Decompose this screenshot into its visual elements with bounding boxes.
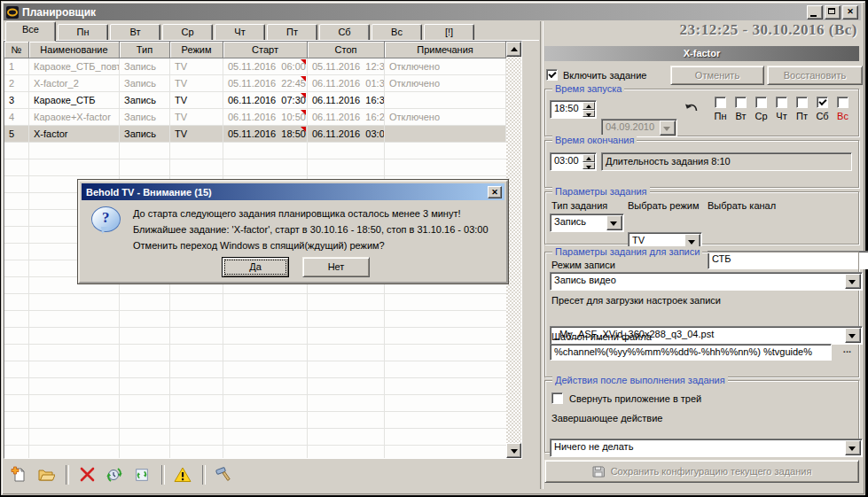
filename-template-label: Шаблон имени файла [551,331,652,342]
dialog-title: Behold TV - Внимание (15) [86,187,212,198]
dialog-line-1: До старта следующего задания планировщик… [133,206,489,221]
weekday-checkboxes: Пн Вт Ср Чт Пт Сб Вс [710,97,853,121]
task-params-group: Параметры задания Тип задания Выбрать ре… [544,191,859,245]
open-button[interactable] [36,465,56,485]
day-checkbox[interactable] [837,97,848,108]
browse-button[interactable]: ... [843,344,851,354]
minimize-to-tray-checkbox[interactable] [551,392,563,404]
combo-arrow-button[interactable] [845,274,861,289]
day-mon[interactable]: Пн [710,97,731,121]
day-sun[interactable]: Вс [833,97,853,121]
cell-num: 5 [4,126,29,143]
tab-all[interactable]: Все [5,21,56,42]
tab-sat[interactable]: Сб [319,24,370,41]
cell-start: 05.11.2016 06:00 [223,58,308,75]
col-type[interactable]: Тип [120,42,170,58]
tools-button[interactable] [214,465,233,485]
table-row[interactable]: 2 X-factor_2 Запись TV 05.11.2016 22:45 … [4,75,506,92]
day-tue[interactable]: Вт [731,97,751,121]
enable-task-label: Включить задание [563,70,646,81]
final-action-combo[interactable]: Ничего не делать [550,439,863,457]
minimize-icon [810,15,817,17]
maximize-button[interactable] [825,5,841,19]
tab-mon[interactable]: Пн [58,24,108,41]
dialog-line-2: Ближайшее задание: 'X-factor', старт в 3… [133,221,489,237]
col-stop[interactable]: Стоп [308,42,385,58]
spin-down-button[interactable] [583,162,595,170]
spin-up-button[interactable] [583,102,595,110]
task-type-combo[interactable]: Запись [550,214,624,232]
start-time-group: Время запуска 18:50 04.09.2010 Пн Вт Ср … [544,89,859,136]
col-num[interactable]: № [4,42,29,58]
tab-thu[interactable]: Чт [215,24,265,41]
filename-template-input[interactable]: %channel%(%yy%%mm%%dd%-%hh%%nn%) %tvguid… [550,344,832,361]
day-checkbox[interactable] [735,97,747,108]
cell-start: 06.11.2016 10:50 [223,109,308,126]
chevron-down-icon [663,127,670,131]
tab-wed[interactable]: Ср [162,24,213,41]
yes-button[interactable]: Да [222,257,289,277]
end-time-group-title: Время окончания [552,135,637,146]
col-start[interactable]: Старт [223,42,308,58]
tab-sun[interactable]: Вс [371,24,422,41]
warnings-button[interactable] [173,465,192,485]
cell-num: 1 [4,58,29,75]
table-row[interactable]: 1 Караоке_СТБ_повтор Запись TV 05.11.201… [4,58,506,75]
close-button[interactable]: ✕ [842,5,858,19]
new-task-button[interactable] [9,465,28,485]
combo-arrow-button[interactable] [845,328,861,343]
start-marker-icon [301,93,306,98]
cell-stop: 06.11.2016 03:00 [308,126,385,143]
table-row-selected[interactable]: 5 X-factor Запись TV 05.11.2016 18:50 06… [4,126,506,143]
cancel-button[interactable]: Отменить [670,66,764,85]
day-sat[interactable]: Сб [812,97,833,121]
record-mode-combo[interactable]: Запись видео [550,272,863,291]
day-checkbox[interactable] [817,97,828,108]
window-title: Планировщик [22,6,96,19]
day-checkbox[interactable] [715,97,726,108]
save-config-button[interactable]: Сохранить конфигурацию текущего задания [544,460,859,483]
combo-arrow-button[interactable] [660,120,676,136]
record-mode-label: Режим записи [551,260,615,270]
select-mode-label: Выбрать режим [628,200,700,211]
vertical-scrollbar[interactable] [506,42,521,458]
minimize-button[interactable] [807,5,823,19]
table-row[interactable]: 4 Караоке+X-factor Запись TV 06.11.2016 … [4,109,506,126]
no-button[interactable]: Нет [302,257,370,277]
app-icon [6,6,19,19]
day-fri[interactable]: Пт [792,97,812,121]
scroll-down-button[interactable] [506,443,521,458]
col-name[interactable]: Наименование [29,42,120,58]
start-time-spinner[interactable]: 18:50 [550,100,597,119]
chevron-down-icon [848,447,856,451]
restore-button[interactable]: Восстановить [767,66,863,85]
day-checkbox[interactable] [776,97,787,108]
enable-task-checkbox[interactable] [546,69,558,81]
question-icon [91,206,121,232]
table-row[interactable]: 3 Караоке_СТБ Запись TV 06.11.2016 07:30… [4,92,506,109]
tab-fri[interactable]: Пт [267,24,317,41]
select-channel-label: Выбрать канал [708,200,776,211]
refresh-tasks-button[interactable] [105,465,124,485]
undo-icon[interactable] [684,103,699,114]
combo-arrow-button[interactable] [606,215,622,230]
spin-down-button[interactable] [583,110,595,118]
scroll-up-button[interactable] [506,42,521,57]
dialog-close-button[interactable]: ✕ [488,186,502,198]
end-time-spinner[interactable]: 03:00 [550,152,597,171]
combo-arrow-button[interactable] [845,440,861,455]
delete-task-button[interactable] [77,465,97,485]
spin-up-button[interactable] [583,154,595,162]
close-icon: ✕ [491,188,498,197]
day-checkbox[interactable] [755,97,767,108]
col-notes[interactable]: Примечания [385,42,506,58]
tab-tue[interactable]: Вт [110,24,160,41]
day-checkbox[interactable] [796,97,808,108]
cell-mode: TV [170,58,223,75]
cell-stop: 05.11.2016 12:30 [308,58,385,75]
day-thu[interactable]: Чт [771,97,792,121]
day-wed[interactable]: Ср [751,97,771,121]
refresh-button[interactable] [132,465,152,485]
tab-alerts[interactable]: [!] [424,24,474,41]
col-mode[interactable]: Режим [170,42,223,58]
